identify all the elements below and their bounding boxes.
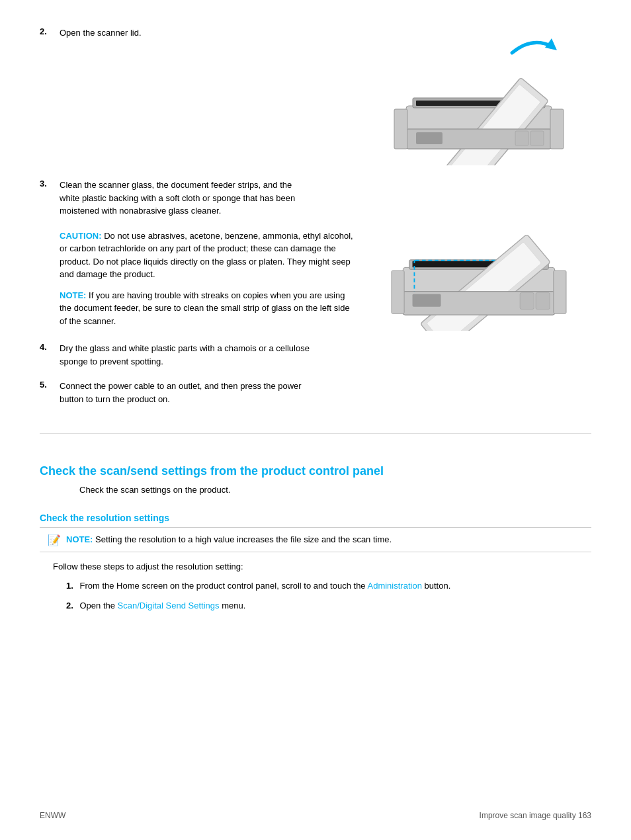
step2-section: 2. Open the scanner lid. — [40, 26, 591, 165]
step2-row: 2. Open the scanner lid. — [40, 26, 353, 40]
step2-text: Open the scanner lid. — [60, 26, 311, 40]
svg-rect-8 — [515, 131, 528, 146]
caution-label: CAUTION: — [60, 231, 102, 241]
list-item-2-num: 2. — [66, 601, 73, 610]
scanner-top-illustration — [380, 26, 578, 165]
list-item-1-num: 1. — [66, 581, 73, 591]
subsection-heading: Check the resolution settings — [40, 513, 591, 523]
list-item-1-text-after: button. — [425, 581, 451, 591]
svg-rect-9 — [530, 131, 544, 146]
svg-rect-11 — [550, 109, 564, 149]
svg-rect-10 — [394, 109, 407, 149]
svg-rect-23 — [554, 271, 566, 314]
main-content: 2. Open the scanner lid. — [40, 26, 591, 618]
svg-rect-19 — [413, 294, 441, 307]
step4-text: Dry the glass and white plastic parts wi… — [60, 342, 311, 368]
step3-text: Clean the scanner glass, the document fe… — [60, 179, 311, 218]
list-item-1-text-before: From the Home screen on the product cont… — [79, 581, 367, 591]
step5-row: 5. Connect the power cable to an outlet,… — [40, 380, 591, 405]
step3-num: 3. — [40, 179, 60, 189]
note-box-content: Setting the resolution to a high value i… — [95, 534, 392, 544]
note-text-step3: If you are having trouble with streaks o… — [60, 290, 350, 326]
note-box-text: NOTE: Setting the resolution to a high v… — [66, 533, 392, 546]
caution-text: Do not use abrasives, acetone, benzene, … — [60, 231, 353, 280]
section-heading: Check the scan/send settings from the pr… — [40, 464, 591, 478]
svg-rect-21 — [536, 293, 550, 310]
scanner-bottom-image-col — [366, 179, 591, 331]
section-divider — [40, 433, 591, 434]
footer-left: ENWW — [40, 811, 65, 820]
note-box-label: NOTE: — [66, 534, 93, 544]
step5-text: Connect the power cable to an outlet, an… — [60, 380, 311, 405]
list-item-1: 1. From the Home screen on the product c… — [66, 579, 591, 593]
step2-left: 2. Open the scanner lid. — [40, 26, 353, 52]
note-icon: 📝 — [48, 534, 61, 546]
caution-block: CAUTION: Do not use abrasives, acetone, … — [60, 230, 353, 281]
note-label-step3: NOTE: — [60, 290, 86, 300]
step4-row: 4. Dry the glass and white plastic parts… — [40, 342, 591, 368]
step3-row: 3. Clean the scanner glass, the document… — [40, 179, 353, 218]
svg-rect-20 — [520, 293, 534, 310]
page-footer: ENWW Improve scan image quality 163 — [40, 811, 591, 820]
svg-rect-22 — [392, 271, 404, 314]
resolution-steps-list: 1. From the Home screen on the product c… — [66, 579, 591, 618]
step2-num: 2. — [40, 26, 60, 36]
list-item-2: 2. Open the Scan/Digital Send Settings m… — [66, 599, 591, 612]
footer-right: Improve scan image quality 163 — [480, 811, 591, 820]
step3-left: 3. Clean the scanner glass, the document… — [40, 179, 353, 335]
list-item-2-link: Scan/Digital Send Settings — [118, 601, 220, 610]
steps-lower: 4. Dry the glass and white plastic parts… — [40, 342, 591, 417]
scanner-top-image-col — [366, 26, 591, 165]
svg-rect-7 — [416, 132, 442, 144]
note-block: NOTE: If you are having trouble with str… — [60, 289, 353, 328]
list-item-1-link: Administration — [368, 581, 422, 591]
section-intro: Check the scan settings on the product. — [79, 483, 591, 497]
step5-num: 5. — [40, 380, 60, 390]
follow-steps-text: Follow these steps to adjust the resolut… — [53, 560, 591, 573]
list-item-2-text-after: menu. — [222, 601, 245, 610]
scanner-bottom-illustration — [380, 185, 578, 331]
step3-section: 3. Clean the scanner glass, the document… — [40, 179, 591, 335]
step4-num: 4. — [40, 342, 60, 352]
list-item-2-text-before: Open the — [79, 601, 117, 610]
note-box: 📝 NOTE: Setting the resolution to a high… — [40, 527, 591, 552]
